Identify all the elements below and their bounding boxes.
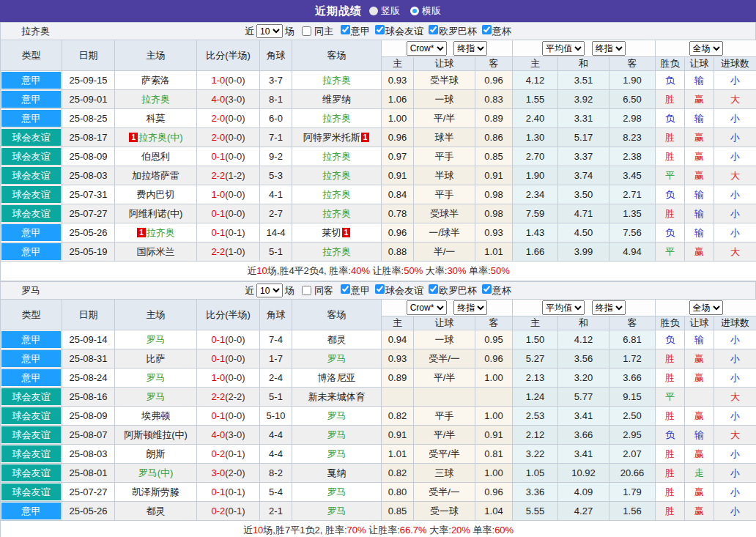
fulltime-score: 0-2: [211, 448, 225, 459]
goals-result: 大: [730, 429, 740, 440]
handicap-result-cell: 赢: [685, 349, 714, 369]
score-cell: 0-1(0-0): [197, 204, 260, 223]
halftime-score: (2-2): [225, 391, 245, 402]
date-cell: 25-08-31: [62, 349, 115, 369]
league-badge: 球会友谊: [1, 148, 61, 165]
halftime-score: (0-0): [225, 208, 245, 219]
corner-cell: 14-4: [260, 223, 292, 242]
halftime-score: (3-0): [225, 429, 245, 440]
away-team-cell: 罗马: [292, 407, 382, 426]
avg-draw-cell: 3.56: [558, 349, 609, 369]
match-row: 球会友谊25-08-09伯恩利0-1(0-0)9-2拉齐奥0.97平手0.852…: [1, 147, 756, 166]
odds-stage-select-2[interactable]: 终指: [592, 300, 626, 315]
corner-cell: 5-1: [260, 388, 292, 407]
same-venue-checkbox[interactable]: [302, 26, 311, 36]
avg-home-cell: 1.05: [513, 464, 558, 483]
col-header-corner: 角球: [260, 40, 292, 71]
summary-segment: 单率:: [470, 525, 494, 536]
home-team: 比萨: [147, 353, 166, 364]
home-team-cell: 1拉齐奥(中): [115, 128, 197, 147]
winloss-result-cell: 负: [656, 71, 685, 90]
average-select[interactable]: 平均值: [542, 41, 585, 56]
odds-stage-select-1[interactable]: 终指: [453, 300, 487, 315]
away-team: 维罗纳: [322, 94, 351, 105]
league-badge: 球会友谊: [1, 407, 61, 424]
radio-vertical-icon[interactable]: [369, 7, 378, 15]
recent-count-select[interactable]: 10: [256, 284, 283, 297]
avg-away-cell: 3.66: [609, 369, 656, 388]
league-badge: 意甲: [1, 243, 61, 260]
avg-draw-cell: 3.37: [558, 147, 609, 166]
goals-result-cell: 小: [714, 407, 756, 426]
league-cell: 意甲: [1, 223, 62, 242]
fulltime-select[interactable]: 全场: [689, 41, 723, 56]
away-team: 拉齐奥: [322, 113, 351, 124]
date-cell: 25-08-07: [62, 426, 115, 445]
home-team: 罗马(中): [138, 467, 174, 478]
col-header-type: 类型: [1, 40, 62, 71]
winloss-result: 胜: [665, 486, 675, 497]
summary-segment: 66.7%: [400, 525, 427, 536]
league-checkbox[interactable]: [375, 284, 385, 294]
halftime-score: (0-0): [225, 189, 245, 200]
winloss-result: 胜: [665, 151, 675, 162]
league-checkbox[interactable]: [375, 25, 385, 34]
goals-result: 小: [730, 353, 740, 364]
odds-stage-select-1[interactable]: 终指: [453, 41, 487, 56]
date-cell: 25-07-31: [62, 185, 115, 204]
bookmaker-select[interactable]: Crow*: [407, 300, 447, 315]
handicap-cell: [414, 388, 475, 407]
average-select-cell: 平均值 终指: [513, 40, 656, 57]
league-checkbox[interactable]: [429, 25, 438, 34]
radio-horizontal-icon[interactable]: [410, 7, 419, 15]
winloss-result: 负: [665, 429, 675, 440]
goals-result-cell: 大: [714, 166, 756, 185]
score-cell: 4-0(3-0): [197, 90, 260, 109]
league-checkbox[interactable]: [341, 25, 350, 34]
summary-text: 近10场,胜7平1负2, 胜率:70% 让胜率:66.7% 大率:20% 单率:…: [1, 521, 756, 537]
fulltime-score: 2-0: [211, 113, 225, 124]
recent-count-select[interactable]: 10: [256, 24, 283, 38]
league-checkbox-label: 欧罗巴杯: [439, 26, 477, 37]
league-badge: 意甲: [1, 503, 61, 519]
league-checkbox[interactable]: [482, 284, 492, 294]
league-badge: 意甲: [1, 110, 61, 127]
league-checkbox[interactable]: [482, 25, 492, 34]
halftime-score: (2-0): [225, 467, 245, 478]
match-row: 球会友谊25-07-27阿维利诺(中)0-1(0-0)2-7拉齐奥0.78受球半…: [1, 204, 756, 223]
same-venue-checkbox[interactable]: [302, 286, 311, 295]
league-cell: 意甲: [1, 369, 62, 388]
odds-stage-select-2[interactable]: 终指: [592, 41, 626, 56]
handicap-result: 赢: [694, 410, 704, 421]
date-cell: 25-08-24: [62, 369, 115, 388]
bookmaker-select[interactable]: Crow*: [407, 41, 447, 56]
avg-draw-cell: 4.50: [558, 223, 609, 242]
home-team-cell: 比萨: [115, 349, 197, 369]
average-select[interactable]: 平均值: [542, 300, 585, 315]
score-cell: 0-1(0-0): [197, 349, 260, 369]
halftime-score: (0-0): [225, 372, 245, 383]
radio-vertical-layout[interactable]: 竖版: [369, 4, 400, 18]
handicap-result-cell: 赢: [685, 483, 714, 502]
halftime-score: (0-0): [225, 151, 245, 162]
sub-header-handicap-result: 让球: [685, 316, 714, 330]
league-badge: 球会友谊: [1, 186, 61, 203]
goals-result: 小: [730, 372, 740, 383]
league-checkbox[interactable]: [341, 284, 350, 294]
winloss-result-cell: 负: [656, 185, 685, 204]
handicap-cell: 受半/一: [414, 349, 475, 369]
goals-result-cell: 小: [714, 223, 756, 242]
avg-home-cell: 3.22: [513, 445, 558, 464]
away-team-cell: 新未来城体育: [292, 388, 382, 407]
red-card-badge: 1: [361, 133, 370, 142]
score-cell: 0-1(0-0): [197, 407, 260, 426]
league-checkbox[interactable]: [429, 284, 438, 294]
away-odds-cell: 0.96: [475, 71, 513, 90]
fulltime-select[interactable]: 全场: [689, 300, 723, 315]
handicap-result-cell: 走: [685, 464, 714, 483]
avg-home-cell: 2.53: [513, 407, 558, 426]
radio-horizontal-layout[interactable]: 横版: [410, 4, 441, 18]
home-team-cell: 埃弗顿: [115, 407, 197, 426]
radio-horizontal-label: 横版: [422, 4, 441, 18]
league-badge: 球会友谊: [1, 445, 61, 462]
